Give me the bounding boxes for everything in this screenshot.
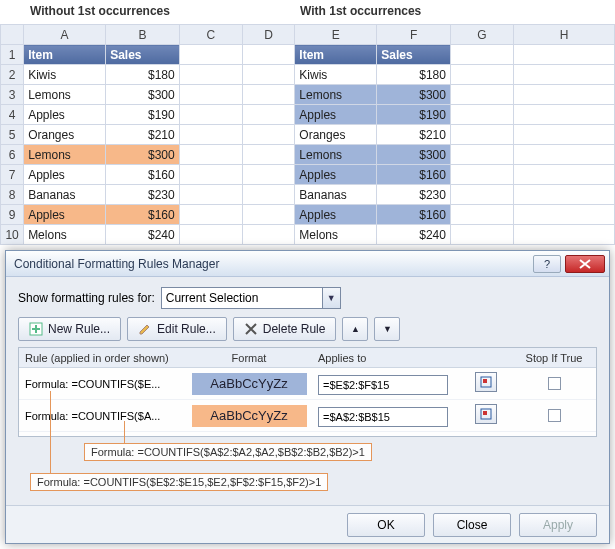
move-up-button[interactable]: ▲: [342, 317, 368, 341]
cell[interactable]: [242, 205, 295, 225]
cell[interactable]: [450, 105, 513, 125]
cell[interactable]: [179, 145, 242, 165]
cell[interactable]: [514, 85, 615, 105]
cell[interactable]: [242, 225, 295, 245]
cell[interactable]: [179, 105, 242, 125]
cell[interactable]: Lemons: [295, 85, 377, 105]
cell[interactable]: [179, 45, 242, 65]
ok-button[interactable]: OK: [347, 513, 425, 537]
cell[interactable]: [450, 85, 513, 105]
cell[interactable]: Bananas: [24, 185, 106, 205]
cell[interactable]: [514, 165, 615, 185]
cell[interactable]: [514, 205, 615, 225]
cell[interactable]: [179, 185, 242, 205]
cell[interactable]: [514, 185, 615, 205]
cell[interactable]: [179, 205, 242, 225]
cell[interactable]: Kiwis: [24, 65, 106, 85]
cell[interactable]: [514, 125, 615, 145]
cell[interactable]: [242, 145, 295, 165]
cell[interactable]: [450, 45, 513, 65]
col-header[interactable]: H: [514, 25, 615, 45]
cell[interactable]: Apples: [295, 205, 377, 225]
cell[interactable]: [514, 65, 615, 85]
row-header[interactable]: 6: [1, 145, 24, 165]
col-header[interactable]: C: [179, 25, 242, 45]
cell[interactable]: $160: [377, 165, 451, 185]
row-header[interactable]: 1: [1, 45, 24, 65]
cell[interactable]: [450, 145, 513, 165]
row-header[interactable]: 4: [1, 105, 24, 125]
cell[interactable]: $160: [106, 205, 180, 225]
table-header[interactable]: Item: [295, 45, 377, 65]
cell[interactable]: [242, 125, 295, 145]
col-header[interactable]: B: [106, 25, 180, 45]
cell[interactable]: $300: [377, 85, 451, 105]
cell[interactable]: Lemons: [295, 145, 377, 165]
edit-rule-button[interactable]: Edit Rule...: [127, 317, 227, 341]
cell[interactable]: $300: [106, 145, 180, 165]
cell[interactable]: [450, 205, 513, 225]
cell[interactable]: Melons: [24, 225, 106, 245]
cell[interactable]: Lemons: [24, 145, 106, 165]
cell[interactable]: $300: [106, 85, 180, 105]
move-down-button[interactable]: ▼: [374, 317, 400, 341]
cell[interactable]: [179, 125, 242, 145]
scope-select[interactable]: Current Selection ▼: [161, 287, 341, 309]
cell[interactable]: [179, 65, 242, 85]
select-all-cell[interactable]: [1, 25, 24, 45]
table-header[interactable]: Sales: [106, 45, 180, 65]
cell[interactable]: [514, 105, 615, 125]
cell[interactable]: Apples: [24, 205, 106, 225]
cell[interactable]: $160: [106, 165, 180, 185]
row-header[interactable]: 2: [1, 65, 24, 85]
range-picker-button[interactable]: [475, 372, 497, 392]
row-header[interactable]: 8: [1, 185, 24, 205]
cell[interactable]: [450, 125, 513, 145]
cell[interactable]: [179, 225, 242, 245]
cell[interactable]: [514, 145, 615, 165]
applies-to-input[interactable]: =$A$2:$B$15: [318, 407, 448, 427]
cell[interactable]: [242, 45, 295, 65]
cell[interactable]: $210: [377, 125, 451, 145]
cell[interactable]: [450, 65, 513, 85]
cell[interactable]: $240: [377, 225, 451, 245]
cell[interactable]: $190: [106, 105, 180, 125]
stop-if-true-checkbox[interactable]: [548, 377, 561, 390]
cell[interactable]: $300: [377, 145, 451, 165]
cell[interactable]: Bananas: [295, 185, 377, 205]
col-header[interactable]: F: [377, 25, 451, 45]
rule-row[interactable]: Formula: =COUNTIFS($E... AaBbCcYyZz =$E$…: [19, 368, 596, 400]
cell[interactable]: Apples: [24, 105, 106, 125]
cell[interactable]: Lemons: [24, 85, 106, 105]
cell[interactable]: [450, 165, 513, 185]
cell[interactable]: Kiwis: [295, 65, 377, 85]
cell[interactable]: Melons: [295, 225, 377, 245]
new-rule-button[interactable]: New Rule...: [18, 317, 121, 341]
cell[interactable]: [514, 45, 615, 65]
row-header[interactable]: 10: [1, 225, 24, 245]
cell[interactable]: [242, 65, 295, 85]
cell[interactable]: Oranges: [24, 125, 106, 145]
delete-rule-button[interactable]: Delete Rule: [233, 317, 337, 341]
table-header[interactable]: Item: [24, 45, 106, 65]
apply-button[interactable]: Apply: [519, 513, 597, 537]
cell[interactable]: Oranges: [295, 125, 377, 145]
cell[interactable]: $210: [106, 125, 180, 145]
cell[interactable]: [179, 85, 242, 105]
cell[interactable]: [242, 85, 295, 105]
rule-row[interactable]: Formula: =COUNTIFS($A... AaBbCcYyZz =$A$…: [19, 400, 596, 432]
cell[interactable]: [514, 225, 615, 245]
cell[interactable]: $240: [106, 225, 180, 245]
cell[interactable]: Apples: [24, 165, 106, 185]
stop-if-true-checkbox[interactable]: [548, 409, 561, 422]
cell[interactable]: [450, 225, 513, 245]
cell[interactable]: [242, 165, 295, 185]
col-header[interactable]: G: [450, 25, 513, 45]
cell[interactable]: [179, 165, 242, 185]
cell[interactable]: [450, 185, 513, 205]
cell[interactable]: $230: [377, 185, 451, 205]
cell[interactable]: Apples: [295, 165, 377, 185]
row-header[interactable]: 7: [1, 165, 24, 185]
cell[interactable]: $180: [377, 65, 451, 85]
row-header[interactable]: 3: [1, 85, 24, 105]
